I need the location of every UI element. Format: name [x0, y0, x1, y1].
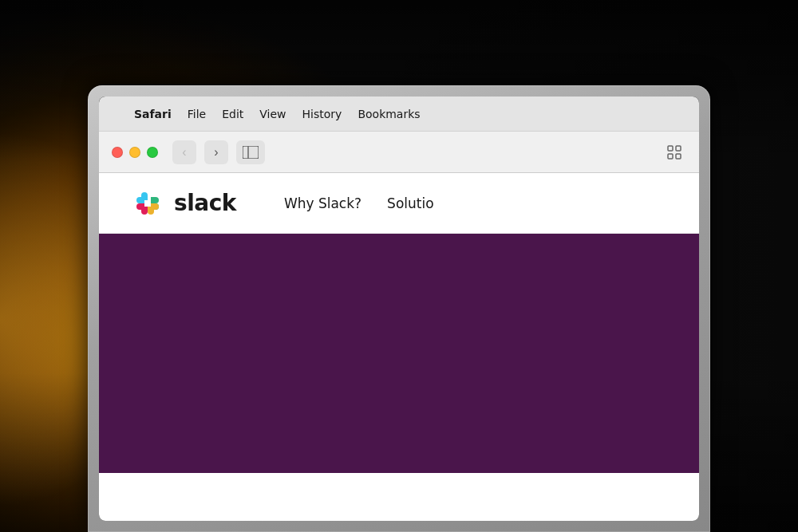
- slack-nav-links: Why Slack? Solutio: [284, 195, 434, 211]
- traffic-lights: [112, 147, 158, 158]
- screen-display: Safari File Edit View History Bookmarks: [99, 97, 699, 521]
- safari-toolbar: ‹ ›: [99, 132, 699, 173]
- menu-safari[interactable]: Safari: [126, 104, 180, 124]
- back-button[interactable]: ‹: [172, 140, 196, 164]
- chevron-right-icon: ›: [214, 145, 218, 160]
- nav-link-why-slack[interactable]: Why Slack?: [284, 195, 361, 211]
- svg-rect-5: [676, 154, 681, 159]
- scene: Safari File Edit View History Bookmarks: [0, 0, 798, 532]
- menu-view[interactable]: View: [251, 104, 294, 124]
- close-button[interactable]: [112, 147, 123, 158]
- svg-rect-0: [243, 146, 259, 159]
- screen-area: Safari File Edit View History Bookmarks: [99, 97, 699, 521]
- menu-history[interactable]: History: [294, 104, 350, 124]
- svg-rect-4: [668, 154, 673, 159]
- tabs-grid-button[interactable]: [662, 140, 686, 164]
- chevron-left-icon: ‹: [182, 145, 186, 160]
- minimize-button[interactable]: [129, 147, 140, 158]
- slack-white-section: [99, 473, 699, 521]
- slack-hero-section: [99, 234, 699, 473]
- fullscreen-button[interactable]: [147, 147, 158, 158]
- slack-logo-text: slack: [174, 190, 236, 216]
- menu-bookmarks[interactable]: Bookmarks: [350, 104, 428, 124]
- browser-body: slack Why Slack? Solutio: [99, 173, 699, 521]
- sidebar-toggle-button[interactable]: [236, 140, 265, 164]
- svg-rect-2: [668, 146, 673, 151]
- menu-edit[interactable]: Edit: [214, 104, 251, 124]
- forward-button[interactable]: ›: [204, 140, 228, 164]
- nav-link-solutions[interactable]: Solutio: [387, 195, 433, 211]
- slack-logo-icon: [131, 187, 164, 220]
- sidebar-icon: [243, 146, 259, 159]
- menu-file[interactable]: File: [180, 104, 214, 124]
- grid-icon: [667, 145, 681, 160]
- laptop-bezel: Safari File Edit View History Bookmarks: [88, 85, 710, 532]
- slack-logo: slack: [131, 187, 236, 220]
- macos-menubar: Safari File Edit View History Bookmarks: [99, 97, 699, 132]
- svg-rect-3: [676, 146, 681, 151]
- slack-navbar: slack Why Slack? Solutio: [99, 173, 699, 234]
